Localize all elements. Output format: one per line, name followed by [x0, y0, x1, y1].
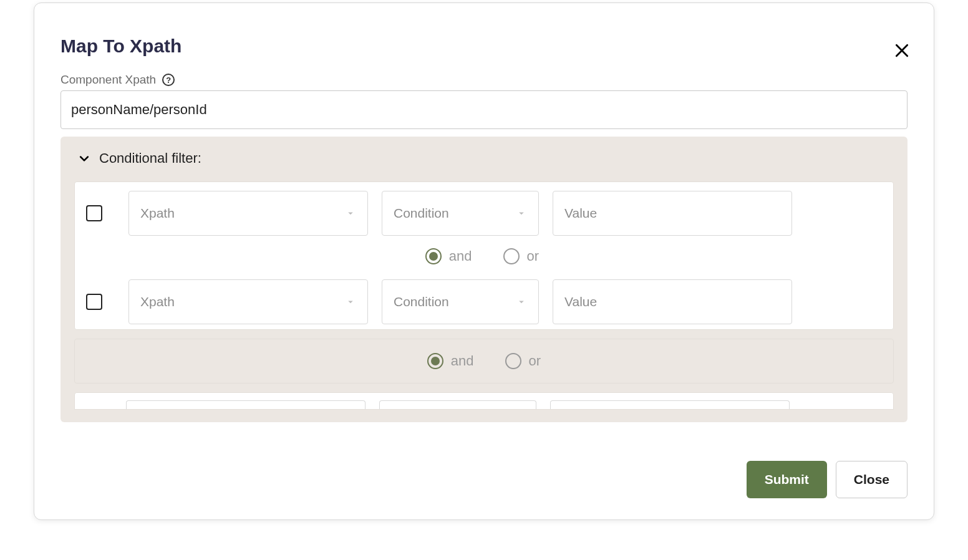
xpath-select[interactable]: Xpath [128, 279, 368, 324]
row-logic: and or [84, 238, 881, 277]
logic-or-label: or [527, 248, 540, 264]
component-xpath-label-row: Component Xpath ? [60, 73, 908, 87]
rule-row: Xpath Condition Value [84, 188, 881, 238]
condition-select[interactable]: Condition [382, 279, 539, 324]
next-rule-group-peek [74, 392, 894, 410]
logic-or-label: or [529, 353, 541, 369]
submit-button-label: Submit [765, 472, 809, 487]
group-logic-or-radio[interactable]: or [505, 353, 541, 369]
condition-select-placeholder: Condition [394, 294, 449, 309]
caret-down-icon [345, 296, 356, 307]
group-logic-bar: and or [74, 339, 894, 384]
xpath-select[interactable]: Xpath [128, 191, 368, 236]
condition-select[interactable]: Condition [382, 191, 539, 236]
xpath-select-placeholder: Xpath [140, 294, 175, 309]
radio-dot-icon [505, 353, 521, 369]
conditional-filter-toggle[interactable]: Conditional filter: [74, 150, 894, 167]
logic-and-label: and [449, 248, 472, 264]
help-icon[interactable]: ? [162, 74, 175, 86]
logic-and-radio[interactable]: and [425, 248, 472, 264]
radio-dot-icon [427, 353, 443, 369]
conditional-filter-panel: Conditional filter: Xpath Condition [60, 137, 908, 422]
chevron-down-icon [78, 152, 90, 165]
dialog-title: Map To Xpath [60, 36, 182, 57]
rule-row: Xpath Condition Value [84, 277, 881, 327]
logic-or-radio[interactable]: or [503, 248, 540, 264]
xpath-select-placeholder: Xpath [140, 206, 175, 221]
rule-group: Xpath Condition Value [74, 181, 894, 330]
radio-dot-icon [425, 248, 442, 264]
caret-down-icon [516, 208, 527, 219]
caret-down-icon [345, 208, 356, 219]
radio-dot-icon [503, 248, 520, 264]
value-input-placeholder: Value [564, 294, 597, 309]
group-logic-and-radio[interactable]: and [427, 353, 474, 369]
logic-and-label: and [451, 353, 474, 369]
conditional-filter-title: Conditional filter: [99, 150, 201, 167]
value-input[interactable]: Value [553, 191, 792, 236]
value-input[interactable]: Value [553, 279, 792, 324]
condition-select-placeholder: Condition [394, 206, 449, 221]
close-button-label: Close [854, 472, 889, 487]
rule-checkbox[interactable] [86, 205, 102, 221]
submit-button[interactable]: Submit [747, 461, 827, 498]
component-xpath-label: Component Xpath [60, 73, 156, 87]
map-to-xpath-dialog: Map To Xpath Component Xpath ? Condition… [34, 2, 934, 520]
caret-down-icon [516, 296, 527, 307]
value-input-placeholder: Value [564, 206, 597, 221]
dialog-footer: Submit Close [747, 461, 908, 498]
component-xpath-input[interactable] [60, 90, 908, 129]
close-button[interactable]: Close [836, 461, 908, 498]
dialog-header: Map To Xpath [60, 28, 908, 73]
close-icon[interactable] [890, 39, 914, 62]
rule-checkbox[interactable] [86, 294, 102, 310]
